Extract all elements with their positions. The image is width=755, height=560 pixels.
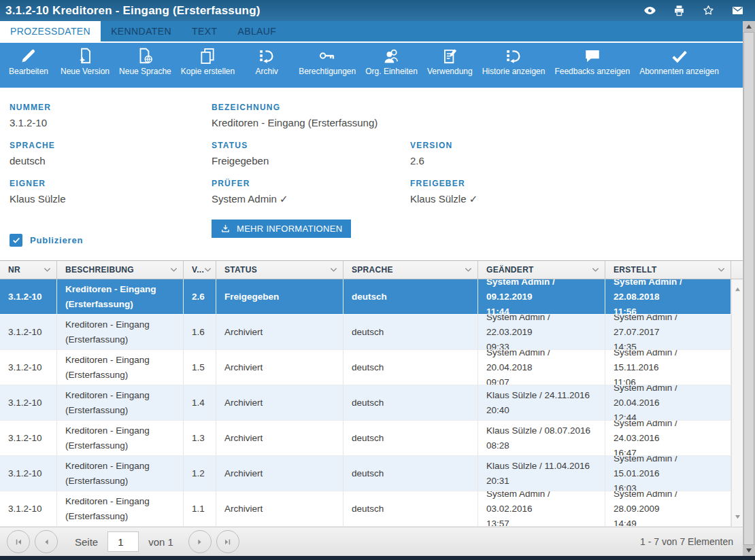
field-sprache: SPRACHE deutsch — [10, 141, 212, 179]
next-page-button[interactable] — [188, 530, 212, 553]
field-value: 3.1.2-10 — [10, 117, 212, 128]
tab-text[interactable]: TEXT — [182, 21, 227, 41]
table-body: 3.1.2-10Kreditoren - Eingang(Ersterfassu… — [0, 279, 731, 527]
toolbar-neue-version[interactable]: Neue Version — [56, 47, 114, 86]
button-label: MEHR INFORMATIONEN — [237, 224, 342, 234]
cell-version: 1.6 — [184, 315, 216, 350]
field-pruefer: PRÜFER System Admin ✓ — [212, 179, 410, 214]
print-icon[interactable] — [673, 4, 686, 17]
publish-checkbox[interactable] — [10, 234, 22, 247]
tab-ablauf[interactable]: ABLAUF — [227, 21, 286, 41]
toolbar-bearbeiten[interactable]: Bearbeiten — [1, 47, 56, 86]
field-label: FREIGEBER — [410, 179, 743, 188]
toolbar-feedbacks-anzeigen[interactable]: Feedbacks anzeigen — [550, 47, 635, 86]
cell-nr: 3.1.2-10 — [0, 491, 57, 527]
toolbar-verwendung[interactable]: Verwendung — [422, 47, 477, 86]
toolbar-neue-sprache[interactable]: Neue Sprache — [114, 47, 176, 86]
cell-version: 1.2 — [184, 456, 216, 491]
field-value: Klaus Sülzle — [10, 193, 212, 205]
cell-geaendert: System Admin / 03.02.201613:57 — [478, 491, 605, 527]
cell-beschreibung: Kreditoren - Eingang(Ersterfassung) — [57, 385, 184, 421]
column-header-status[interactable]: STATUS — [216, 260, 343, 279]
previous-page-button[interactable] — [35, 530, 58, 553]
toolbar-archiv[interactable]: Archiv — [239, 47, 294, 86]
toolbar-kopie-erstellen[interactable]: Kopie erstellen — [176, 47, 239, 86]
scrollbar-thumb[interactable] — [743, 32, 754, 545]
feedback-icon — [584, 47, 601, 65]
cell-nr: 3.1.2-10 — [0, 315, 57, 350]
cell-beschreibung: Kreditoren - Eingang(Ersterfassung) — [57, 421, 184, 456]
chevron-down-icon[interactable] — [330, 267, 337, 273]
first-page-button[interactable] — [7, 530, 30, 553]
toolbar-historie-anzeigen[interactable]: Historie anzeigen — [477, 47, 550, 86]
column-header-geaendert[interactable]: GEÄNDERT — [478, 260, 605, 279]
result-count-label: 1 - 7 von 7 Elementen — [640, 536, 733, 547]
tab-bar: PROZESSDATEN KENNDATEN TEXT ABLAUF — [0, 21, 743, 41]
column-label: NR — [8, 265, 20, 275]
page-number-input[interactable] — [107, 531, 139, 552]
tab-prozessdaten[interactable]: PROZESSDATEN — [0, 21, 101, 41]
table-row[interactable]: 3.1.2-10Kreditoren - Eingang(Ersterfassu… — [0, 315, 731, 350]
chevron-down-icon[interactable] — [465, 267, 472, 273]
mail-icon[interactable] — [731, 4, 744, 17]
cell-status: Archiviert — [216, 491, 343, 527]
titlebar-actions — [643, 4, 755, 17]
table-row[interactable]: 3.1.2-10Kreditoren - Eingang(Ersterfassu… — [0, 350, 731, 385]
cell-sprache: deutsch — [343, 491, 478, 527]
column-header-beschreibung[interactable]: BESCHREIBUNG — [57, 260, 184, 279]
cell-nr: 3.1.2-10 — [0, 385, 57, 421]
table-row[interactable]: 3.1.2-10Kreditoren - Eingang(Ersterfassu… — [0, 279, 731, 315]
header-scrollbar-spacer — [731, 260, 743, 279]
tab-kenndaten[interactable]: KENNDATEN — [101, 21, 182, 41]
star-icon[interactable] — [702, 4, 715, 17]
table-header-row: NRBESCHREIBUNGV...STATUSSPRACHEGEÄNDERTE… — [0, 260, 743, 279]
field-label: NUMMER — [10, 103, 212, 112]
table-scrollbar[interactable] — [731, 279, 743, 527]
cell-erstellt: System Admin / 15.11.201611:06 — [605, 350, 731, 385]
pencil-icon — [20, 47, 37, 65]
column-header-sprache[interactable]: SPRACHE — [343, 260, 478, 279]
eye-icon[interactable] — [643, 4, 656, 17]
scroll-down-icon[interactable] — [732, 511, 743, 523]
window-scrollbar[interactable] — [743, 21, 755, 556]
scroll-down-icon[interactable] — [743, 545, 755, 556]
table-row[interactable]: 3.1.2-10Kreditoren - Eingang(Ersterfassu… — [0, 421, 731, 456]
history-icon — [505, 47, 522, 65]
cell-erstellt: System Admin / 28.09.200914:49 — [605, 491, 731, 527]
chevron-down-icon[interactable] — [170, 267, 178, 273]
column-header-version[interactable]: V... — [184, 260, 216, 279]
page-title: 3.1.2-10 Kreditoren - Eingang (Ersterfas… — [0, 4, 261, 18]
table-row[interactable]: 3.1.2-10Kreditoren - Eingang(Ersterfassu… — [0, 385, 731, 421]
last-page-button[interactable] — [216, 530, 239, 553]
cell-geaendert: System Admin / 09.12.201911:44 — [478, 279, 605, 315]
field-value: Freigegeben — [212, 155, 410, 167]
toolbar-label: Kopie erstellen — [181, 67, 235, 86]
usage-icon — [441, 47, 458, 65]
chevron-down-icon[interactable] — [204, 267, 212, 273]
cell-version: 1.4 — [184, 385, 216, 421]
toolbar-org-einheiten[interactable]: Org. Einheiten — [360, 47, 422, 86]
download-icon — [220, 224, 231, 234]
process-data-form: NUMMER 3.1.2-10 BEZEICHNUNG Kreditoren -… — [0, 88, 743, 260]
cell-sprache: deutsch — [343, 385, 478, 421]
cell-status: Archiviert — [216, 421, 343, 456]
cell-erstellt: System Admin / 15.01.201616:03 — [605, 456, 731, 491]
table-row[interactable]: 3.1.2-10Kreditoren - Eingang(Ersterfassu… — [0, 491, 731, 527]
cell-status: Freigegeben — [216, 279, 343, 315]
scroll-up-icon[interactable] — [732, 283, 743, 295]
cell-status: Archiviert — [216, 315, 343, 350]
more-information-button[interactable]: MEHR INFORMATIONEN — [212, 220, 351, 238]
toolbar-berechtigungen[interactable]: Berechtigungen — [294, 47, 360, 86]
chevron-down-icon[interactable] — [592, 267, 599, 273]
field-value: Klaus Sülzle ✓ — [410, 193, 743, 205]
toolbar-abonnenten-anzeigen[interactable]: Abonnenten anzeigen — [635, 47, 724, 86]
column-label: ERSTELLT — [614, 265, 657, 275]
chevron-down-icon[interactable] — [718, 267, 725, 273]
table-row[interactable]: 3.1.2-10Kreditoren - Eingang(Ersterfassu… — [0, 456, 731, 491]
chevron-down-icon[interactable] — [44, 267, 51, 273]
new-language-icon — [136, 47, 154, 65]
new-version-icon — [76, 47, 94, 65]
scroll-up-icon[interactable] — [743, 21, 755, 32]
column-header-nr[interactable]: NR — [0, 260, 57, 279]
column-header-erstellt[interactable]: ERSTELLT — [605, 260, 731, 279]
